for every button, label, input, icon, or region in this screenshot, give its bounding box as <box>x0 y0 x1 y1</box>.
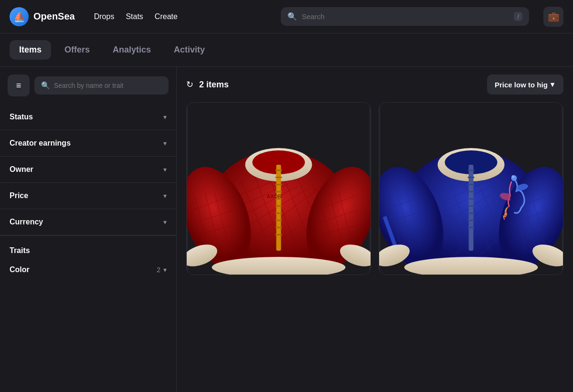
svg-rect-37 <box>276 170 282 171</box>
item-card-red[interactable]: AXOR <box>186 102 371 275</box>
items-count-area: ↻ 2 items <box>186 79 229 90</box>
logo-text: OpenSea <box>33 11 75 22</box>
chevron-down-icon: ▾ <box>163 166 167 173</box>
tab-items[interactable]: Items <box>10 40 51 60</box>
filter-currency[interactable]: Currency ▾ <box>0 209 176 235</box>
nav-create[interactable]: Create <box>155 12 178 21</box>
traits-label: Traits <box>10 246 30 255</box>
nav-stats[interactable]: Stats <box>126 12 143 21</box>
traits-section-header: Traits <box>0 235 176 259</box>
filter-status[interactable]: Status ▾ <box>0 104 176 130</box>
svg-rect-38 <box>276 177 282 178</box>
filter-toggle-button[interactable]: ≡ <box>8 74 30 96</box>
svg-rect-44 <box>276 220 282 221</box>
sort-label: Price low to hig <box>495 81 548 89</box>
svg-rect-45 <box>276 227 282 228</box>
svg-rect-39 <box>276 184 282 185</box>
logo-icon: ⛵ <box>10 7 29 26</box>
items-grid: AXOR <box>177 102 573 285</box>
refresh-button[interactable]: ↻ <box>186 79 193 90</box>
filter-icon: ≡ <box>16 81 21 91</box>
items-count-label: 2 items <box>199 80 229 90</box>
sort-button[interactable]: Price low to hig ▾ <box>487 74 563 95</box>
chevron-down-icon: ▾ <box>163 113 167 121</box>
filter-color-label: Color <box>10 265 30 274</box>
chevron-down-icon: ▾ <box>551 80 554 89</box>
main-nav: Drops Stats Create <box>94 12 178 21</box>
svg-rect-86 <box>468 177 475 178</box>
svg-rect-43 <box>276 212 282 214</box>
tab-analytics[interactable]: Analytics <box>103 40 160 60</box>
trait-search-bar[interactable]: 🔍 <box>34 76 169 95</box>
header: ⛵ OpenSea Drops Stats Create 🔍 / 💼 <box>0 0 573 33</box>
tab-activity[interactable]: Activity <box>164 40 214 60</box>
filter-search-row: ≡ 🔍 <box>0 67 176 104</box>
svg-point-81 <box>512 175 515 178</box>
filter-price[interactable]: Price ▾ <box>0 183 176 209</box>
filter-currency-label: Currency <box>10 218 43 226</box>
filter-owner-label: Owner <box>10 165 33 174</box>
svg-rect-40 <box>276 191 282 192</box>
svg-rect-87 <box>468 184 475 185</box>
tab-offers[interactable]: Offers <box>55 40 99 60</box>
trait-search-input[interactable] <box>54 82 162 89</box>
svg-text:AXOR: AXOR <box>267 193 282 199</box>
chevron-down-icon: ▾ <box>163 218 167 226</box>
nav-drops[interactable]: Drops <box>94 12 115 21</box>
chevron-down-icon: ▾ <box>163 139 167 147</box>
svg-rect-89 <box>468 198 475 200</box>
logo[interactable]: ⛵ OpenSea <box>10 7 75 26</box>
item-card-blue[interactable] <box>379 102 563 275</box>
item-image-blue <box>379 103 563 275</box>
filter-creator-earnings-label: Creator earnings <box>10 139 71 148</box>
sidebar: ≡ 🔍 Status ▾ Creator earnings ▾ Owner ▾ … <box>0 67 177 392</box>
filter-color[interactable]: Color 2 ▾ <box>0 259 176 281</box>
chevron-down-icon: ▾ <box>163 266 167 274</box>
trait-search-icon: 🔍 <box>41 81 50 90</box>
tabs-bar: Items Offers Analytics Activity <box>0 33 573 67</box>
global-search-bar[interactable]: 🔍 / <box>281 7 529 26</box>
filter-creator-earnings[interactable]: Creator earnings ▾ <box>0 130 176 157</box>
svg-rect-90 <box>468 205 475 207</box>
items-content: ↻ 2 items Price low to hig ▾ <box>177 67 573 392</box>
svg-rect-92 <box>468 220 475 221</box>
svg-rect-88 <box>468 191 475 192</box>
main-area: ≡ 🔍 Status ▾ Creator earnings ▾ Owner ▾ … <box>0 67 573 392</box>
item-image-red: AXOR <box>187 103 371 275</box>
svg-rect-42 <box>276 205 282 207</box>
search-shortcut-badge: / <box>514 12 522 21</box>
svg-rect-46 <box>276 234 282 235</box>
svg-rect-93 <box>468 227 475 228</box>
svg-rect-91 <box>468 212 475 214</box>
search-icon: 🔍 <box>287 12 297 21</box>
svg-rect-85 <box>468 170 475 171</box>
wallet-button[interactable]: 💼 <box>543 7 563 27</box>
chevron-down-icon: ▾ <box>163 192 167 200</box>
filter-price-label: Price <box>10 191 28 200</box>
filter-status-label: Status <box>10 113 33 121</box>
color-count-area: 2 ▾ <box>157 266 167 274</box>
items-header: ↻ 2 items Price low to hig ▾ <box>177 67 573 102</box>
filter-owner[interactable]: Owner ▾ <box>0 157 176 183</box>
search-input[interactable] <box>302 12 509 21</box>
color-count-value: 2 <box>157 266 160 274</box>
